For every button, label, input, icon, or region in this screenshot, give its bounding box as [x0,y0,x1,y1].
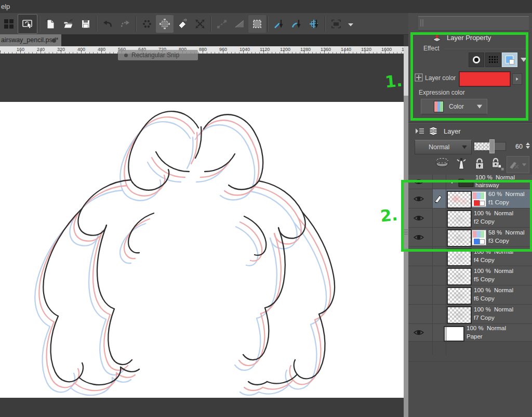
layer-row-f7-copy[interactable]: 100 % Normalf7 Copy [408,305,532,324]
panel-menu-icon[interactable] [415,127,425,135]
opacity-value: 60 [515,143,523,150]
clear-layer-icon[interactable] [174,15,191,33]
layer-row-f6-copy[interactable]: 100 % Normalf6 Copy [408,285,532,305]
opacity-slider-handle[interactable] [489,139,495,153]
menu-help[interactable]: elp [0,3,10,10]
screen-mode-icon[interactable] [327,15,345,33]
toolbar-separator [210,16,211,32]
draft-pen-icon [509,160,520,170]
snap-grid-icon[interactable] [305,15,323,33]
ruler-label: 960 [219,47,227,52]
toolbar-separator [325,16,326,32]
annotation-box-2 [401,180,532,252]
layer-name: f7 Copy [474,314,495,322]
reference-layer-icon[interactable] [456,157,467,171]
stepper-up-icon [526,142,530,145]
ruler-label: 160 [17,47,24,52]
free-transform-icon[interactable] [191,15,209,33]
ruler-label: 1040 [240,47,250,52]
layers-stack-icon [427,126,440,136]
gradient-icon[interactable] [231,15,248,33]
snip-tooltip: Rectangular Snip [118,50,198,60]
command-toolbar [0,13,408,35]
blend-mode-select[interactable]: Normal [415,140,472,154]
ruler-label: 320 [57,47,65,52]
canvas-viewport [0,54,404,417]
panel-divider [408,122,532,123]
open-file-icon[interactable] [59,15,77,33]
marquee-icon[interactable] [248,15,266,33]
opacity-stepper[interactable] [526,142,530,149]
layer-opacity-mode: 100 % Normal [467,324,506,332]
blend-mode-value: Normal [429,144,449,151]
ruler-label: 240 [37,47,45,52]
layer-name: f5 Copy [474,276,495,283]
layer-opacity-mode: 100 % Normal [474,306,513,314]
draft-layer-button[interactable] [507,156,529,173]
panel-grab-bar[interactable] [418,16,529,31]
layer-thumbnail[interactable] [447,306,472,324]
ruler-label: 1440 [341,47,351,52]
ruler-label: 1360 [321,47,331,52]
chevron-down-icon [522,163,526,166]
lock-transparent-pixels-icon[interactable] [490,157,505,171]
layer-panel-title: Layer [444,127,461,135]
menu-bar: elp [0,0,532,13]
tab-modified-icon [52,38,56,43]
document-title: airsway_pencil.psd* [0,36,58,44]
ruler-label: 880 [199,47,207,52]
snap-special-ruler-icon[interactable] [288,15,305,33]
application-window: elp airsway_pencil.psd* 1602403204004805… [0,0,532,417]
snip-tooltip-label: Rectangular Snip [131,51,179,59]
toolbar-overflow-icon[interactable] [345,15,356,33]
toolbar-separator [96,16,97,32]
annotation-number-1: 1. [384,71,403,92]
stepper-down-icon [526,146,530,149]
layer-thumbnail[interactable] [444,326,464,342]
ruler-label: 1120 [260,47,270,52]
snap-ruler-icon[interactable] [270,15,288,33]
layer-row-paper[interactable]: 100 % NormalPaper [408,324,532,342]
layer-thumbnail[interactable] [447,287,472,305]
toolbar-separator [39,16,40,32]
toolbar-separator [136,16,137,32]
annotation-number-2: 2. [379,205,398,226]
hair-sketch-artwork [0,102,404,398]
clip-to-layer-icon[interactable] [434,157,450,168]
tab-layer[interactable]: Layer [427,125,461,137]
new-file-icon[interactable] [42,15,59,33]
list-end-divider [408,361,532,362]
snip-dot-icon [124,54,128,57]
layer-name: f4 Copy [474,256,495,264]
ruler-label: 1600 [381,47,392,52]
undo-icon[interactable] [99,15,116,33]
ruler-label: 1520 [361,47,371,52]
toolbar-separator [268,16,269,32]
chevron-down-icon [462,146,467,149]
ruler-label: 1280 [300,47,311,52]
layer-row-f5-copy[interactable]: 100 % Normalf5 Copy [408,266,532,285]
lock-layer-icon[interactable] [474,157,485,171]
rotate-reset-icon[interactable] [138,15,156,33]
layer-name: Paper [467,333,483,341]
layer-name: f6 Copy [474,295,495,303]
redo-icon[interactable] [116,15,134,33]
ruler-label: 400 [77,47,85,52]
splitter-highlight [404,46,408,96]
app-home-icon[interactable] [18,14,37,34]
layer-thumbnail[interactable] [447,268,472,285]
layer-visibility-eye-icon[interactable] [413,329,425,337]
horizontal-ruler: 1602403204004805606407208008809601040112… [0,46,404,54]
save-icon[interactable] [77,15,95,33]
drawing-canvas[interactable] [0,102,404,398]
ruler-label: 1200 [280,47,290,52]
canvas-size-icon[interactable] [156,15,174,33]
layer-lock-toolbar [408,156,532,174]
layer-opacity-mode: 100 % Normal [474,286,513,294]
ruler-label: 480 [98,47,105,52]
document-tab-bar: airsway_pencil.psd* [0,34,404,46]
ruler-line-icon[interactable] [213,15,231,33]
layer-opacity-mode: 100 % Normal [474,267,513,275]
workspace-grid-icon[interactable] [0,15,18,33]
document-tab[interactable]: airsway_pencil.psd* [0,34,61,46]
